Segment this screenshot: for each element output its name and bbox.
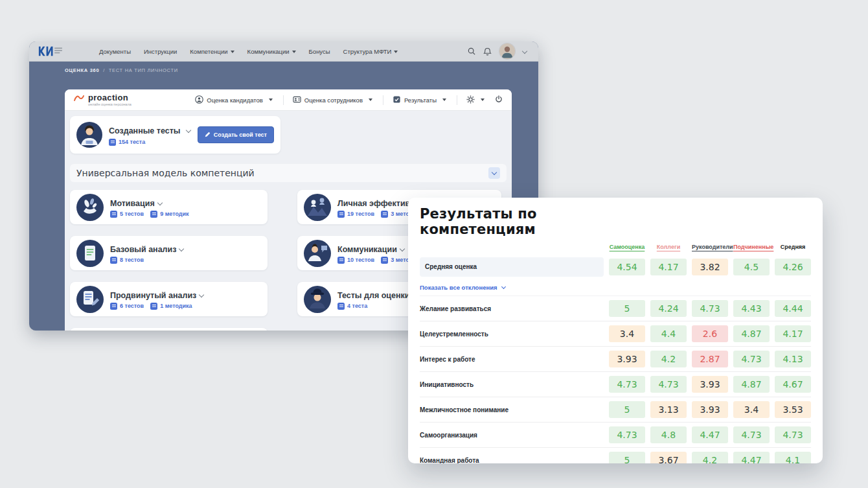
- category-card-advanced-analysis[interactable]: Продвинутый анализ 6 тестов 1 методика: [70, 282, 268, 316]
- tests-count-badge: 154 теста: [109, 139, 190, 146]
- search-icon[interactable]: [468, 47, 475, 55]
- personal-effectiveness-icon: [304, 194, 331, 221]
- column-header-average[interactable]: Средняя: [775, 244, 811, 250]
- nav-item-mipt-structure[interactable]: Структура МФТИ: [343, 48, 398, 55]
- column-header-self[interactable]: Самооценка: [609, 244, 645, 250]
- created-tests-title[interactable]: Созданные тесты: [109, 126, 180, 135]
- notifications-icon[interactable]: [483, 47, 492, 56]
- nav-item-bonuses[interactable]: Бонусы: [309, 48, 330, 55]
- chevron-down-icon: [501, 284, 506, 288]
- breadcrumb-root[interactable]: ОЦЕНКА 360: [65, 67, 99, 73]
- nav-item-documents[interactable]: Документы: [99, 48, 131, 55]
- chevron-down-icon: [269, 99, 273, 101]
- score-cell: 4.2: [692, 452, 728, 463]
- nav-item-instructions[interactable]: Инструкции: [144, 48, 177, 55]
- score-cell: 3.93: [609, 351, 645, 367]
- menu-results[interactable]: Результаты: [383, 95, 446, 105]
- column-header-managers[interactable]: Руководители: [692, 244, 728, 250]
- employees-icon: [293, 95, 301, 105]
- results-icon: [393, 95, 401, 105]
- score-cell: 4.47: [692, 426, 728, 443]
- nav-item-communications[interactable]: Коммуникации: [247, 48, 296, 55]
- chevron-down-icon: [199, 292, 204, 297]
- candidates-icon: [195, 95, 203, 105]
- badge-label: 9 методик: [160, 211, 188, 217]
- score-cell: 4.24: [650, 300, 687, 317]
- settings-menu[interactable]: [457, 95, 485, 105]
- table-row-interest-in-work: Интерес к работе 3.93 4.2 2.87 4.73 4.13: [420, 347, 811, 372]
- score-cell: 3.4: [609, 325, 645, 342]
- nav-item-label: Бонусы: [309, 48, 330, 55]
- communications-icon: [304, 240, 331, 267]
- tests-count-label: 154 теста: [119, 139, 145, 145]
- score-cell: 4.47: [733, 452, 770, 463]
- lie-detection-icon: [304, 286, 331, 313]
- tests-count-badge: 5 тестов: [110, 211, 144, 218]
- score-cell: 4.26: [775, 259, 811, 275]
- chevron-down-icon: [492, 170, 497, 175]
- table-row-self-organization: Самоорганизация 4.73 4.8 4.47 4.73 4.73: [420, 423, 811, 448]
- row-label: Желание развиваться: [420, 305, 604, 312]
- section-collapse-button[interactable]: [488, 167, 500, 179]
- menu-employees[interactable]: Оценка сотрудников: [283, 95, 372, 105]
- row-label: Командная работа: [420, 457, 604, 463]
- tests-icon: [110, 211, 117, 218]
- column-header-subordinates[interactable]: Подчиненные: [733, 244, 770, 250]
- logout-button[interactable]: [495, 95, 503, 104]
- tests-icon: [337, 211, 345, 218]
- methods-icon: [150, 211, 157, 218]
- badge-label: 19 тестов: [347, 211, 374, 217]
- category-card-motivation[interactable]: Мотивация 5 тестов 9 методик: [70, 190, 268, 224]
- score-cell: 4.4: [650, 325, 687, 342]
- column-header-colleagues[interactable]: Коллеги: [650, 244, 687, 250]
- create-test-button[interactable]: Создать свой тест: [198, 126, 274, 143]
- category-card-partial[interactable]: [70, 328, 268, 331]
- score-cell: 4.5: [733, 259, 770, 275]
- menu-item-label: Оценка сотрудников: [304, 97, 363, 104]
- results-panel: Результаты по компетенциям Самооценка Ко…: [408, 198, 823, 463]
- score-cell: 5: [609, 401, 645, 418]
- score-cell: 4.73: [650, 376, 687, 393]
- nav-item-label: Компетенции: [190, 48, 227, 55]
- motivation-icon: [76, 194, 104, 221]
- proaction-brand[interactable]: proaction онлайн оценка персонала: [74, 93, 131, 106]
- category-card-basic-analysis[interactable]: Базовый анализ 8 тестов: [70, 236, 268, 270]
- menu-item-label: Оценка кандидатов: [207, 97, 262, 104]
- power-icon: [495, 95, 503, 104]
- chevron-down-icon: [231, 51, 234, 53]
- chevron-down-icon: [179, 246, 184, 251]
- row-label: Межличностное понимание: [420, 406, 604, 413]
- score-cell: 4.1: [775, 452, 811, 463]
- menu-item-label: Результаты: [404, 97, 437, 104]
- score-cell: 3.93: [692, 376, 728, 393]
- score-cell: 4.17: [775, 325, 811, 342]
- score-cell: 4.2: [650, 351, 687, 367]
- score-cell: 4.43: [733, 300, 770, 317]
- chevron-down-icon[interactable]: [186, 127, 191, 132]
- category-title: Коммуникации: [337, 245, 397, 254]
- pencil-icon: [205, 132, 211, 139]
- tests-icon: [110, 303, 117, 310]
- proaction-menu: Оценка кандидатов Оценка сотрудников: [195, 95, 503, 105]
- table-row-average-score: Средняя оценка 4.54 4.17 3.82 4.5 4.26: [420, 255, 811, 279]
- user-avatar[interactable]: [499, 43, 515, 59]
- show-deviations-link[interactable]: Показать все отклонения: [420, 284, 505, 291]
- score-cell: 4.44: [775, 300, 811, 317]
- chevron-down-icon[interactable]: [522, 49, 527, 54]
- nav-item-label: Инструкции: [144, 48, 177, 55]
- chevron-down-icon: [442, 99, 446, 101]
- category-title: Мотивация: [110, 199, 155, 208]
- menu-candidates[interactable]: Оценка кандидатов: [195, 95, 272, 105]
- row-label: Интерес к работе: [420, 356, 604, 363]
- score-cell: 3.4: [733, 401, 770, 418]
- section-title: Универсальная модель компетенций: [76, 168, 255, 178]
- nav-item-label: Коммуникации: [247, 48, 290, 55]
- nav-item-competencies[interactable]: Компетенции: [190, 48, 234, 55]
- tests-count-badge: 8 тестов: [110, 257, 144, 264]
- org-logo[interactable]: [37, 45, 63, 57]
- proaction-logo-icon: [74, 94, 84, 106]
- deviations-link-row: Показать все отклонения: [420, 279, 811, 296]
- score-cell: 3.93: [692, 401, 728, 418]
- chevron-down-icon: [157, 200, 162, 205]
- methods-icon: [381, 257, 388, 264]
